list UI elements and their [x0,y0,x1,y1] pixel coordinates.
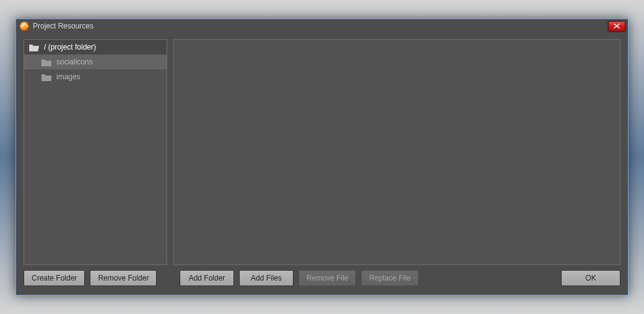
project-resources-dialog: Project Resources / (project folder) soc… [15,19,629,295]
add-files-button[interactable]: Add Files [239,270,294,286]
confirm-buttons: OK [561,270,620,286]
tree-root-label: / (project folder) [44,43,96,51]
remove-folder-button[interactable]: Remove Folder [90,270,157,286]
dialog-footer: Create Folder Remove Folder Add Folder A… [16,268,628,295]
folder-tree: / (project folder) socialiconsimages [24,39,167,265]
add-folder-button[interactable]: Add Folder [180,270,234,286]
tree-item-label: socialicons [56,58,93,66]
replace-file-button[interactable]: Replace File [361,270,419,286]
dialog-body: / (project folder) socialiconsimages [16,33,628,268]
window-title: Project Resources [33,22,604,30]
titlebar: Project Resources [16,19,628,33]
close-icon [614,24,620,28]
tree-item-images[interactable]: images [24,69,167,84]
close-button[interactable] [608,21,625,32]
folder-icon [41,58,51,66]
tree-root[interactable]: / (project folder) [24,40,167,55]
tree-item-socialicons[interactable]: socialicons [24,55,167,69]
folder-buttons: Create Folder Remove Folder [24,270,167,286]
tree-item-label: images [56,72,80,81]
remove-file-button[interactable]: Remove File [298,270,356,286]
ok-button[interactable]: OK [561,270,620,286]
app-icon [20,22,29,31]
folder-icon [41,73,51,81]
file-list-pane [173,39,620,265]
file-buttons: Add Folder Add Files Remove File Replace… [180,270,419,286]
folder-open-icon [29,43,39,51]
create-folder-button[interactable]: Create Folder [24,270,85,286]
